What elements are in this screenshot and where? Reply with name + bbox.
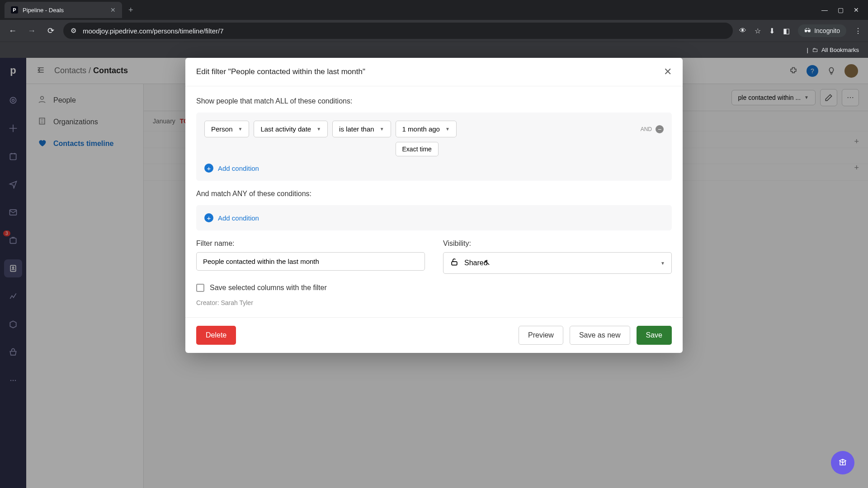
entity-dropdown[interactable]: Person▼ [204, 121, 249, 137]
bookmark-star-icon[interactable]: ☆ [755, 27, 761, 35]
checkbox-icon [196, 284, 204, 292]
chevron-down-icon: ▼ [660, 261, 665, 266]
save-as-new-button[interactable]: Save as new [570, 326, 630, 345]
back-icon[interactable]: ← [6, 26, 19, 36]
chevron-down-icon: ▼ [238, 127, 243, 131]
site-settings-icon[interactable]: ⚙ [71, 27, 76, 35]
modal-title: Edit filter "People contacted within the… [196, 67, 365, 76]
any-conditions-group: + Add condition [196, 205, 672, 230]
field-dropdown[interactable]: Last activity date▼ [254, 121, 328, 137]
incognito-badge[interactable]: 🕶 Incognito [798, 24, 846, 37]
chevron-down-icon: ▼ [316, 127, 321, 131]
incognito-icon: 🕶 [804, 27, 811, 34]
creator-label: Creator: Sarah Tyler [196, 299, 672, 306]
filter-name-label: Filter name: [196, 239, 425, 248]
preview-button[interactable]: Preview [519, 326, 563, 345]
maximize-icon[interactable]: ▢ [838, 6, 844, 14]
unlock-icon [450, 258, 459, 268]
condition-row: Person▼ Last activity date▼ is later tha… [204, 121, 664, 156]
url-input[interactable]: ⚙ moodjoy.pipedrive.com/persons/timeline… [63, 23, 733, 39]
chevron-down-icon: ▼ [380, 127, 384, 131]
filter-name-input[interactable] [196, 252, 425, 271]
downloads-icon[interactable]: ⬇ [769, 27, 775, 35]
browser-tab[interactable]: P Pipeline - Deals ✕ [5, 2, 122, 18]
address-bar: ← → ⟳ ⚙ moodjoy.pipedrive.com/persons/ti… [0, 20, 868, 42]
all-conditions-label: Show people that match ALL of these cond… [196, 97, 672, 105]
delete-button[interactable]: Delete [196, 326, 236, 345]
save-columns-checkbox[interactable]: Save selected columns with the filter [196, 284, 672, 292]
and-operator-tag: AND − [641, 125, 664, 133]
remove-condition-icon[interactable]: − [656, 125, 664, 133]
close-tab-icon[interactable]: ✕ [110, 6, 116, 14]
all-conditions-group: Person▼ Last activity date▼ is later tha… [196, 113, 672, 181]
add-condition-button[interactable]: + Add condition [204, 164, 664, 173]
save-button[interactable]: Save [637, 326, 672, 345]
close-icon[interactable]: ✕ [664, 66, 672, 78]
mouse-cursor: ↖ [484, 258, 491, 267]
plus-circle-icon: + [204, 164, 213, 173]
url-text: moodjoy.pipedrive.com/persons/timeline/f… [83, 27, 224, 35]
all-bookmarks-button[interactable]: All Bookmarks [821, 47, 859, 53]
add-condition-button[interactable]: + Add condition [204, 213, 664, 222]
eye-off-icon[interactable]: 👁 [739, 27, 746, 35]
folder-icon: 🗀 [812, 47, 818, 53]
reload-icon[interactable]: ⟳ [44, 26, 57, 36]
operator-dropdown[interactable]: is later than▼ [332, 121, 391, 137]
separator: | [807, 47, 808, 53]
forward-icon[interactable]: → [25, 26, 38, 36]
window-controls: — ▢ ✕ [821, 6, 868, 14]
help-fab[interactable] [831, 451, 854, 474]
browser-menu-icon[interactable]: ⋮ [854, 27, 862, 35]
visibility-dropdown[interactable]: Shared ▼ [443, 252, 672, 274]
edit-filter-modal: Edit filter "People contacted within the… [185, 58, 683, 353]
tab-title: Pipeline - Deals [23, 7, 106, 14]
close-window-icon[interactable]: ✕ [854, 6, 859, 14]
exact-time-button[interactable]: Exact time [396, 142, 439, 156]
minimize-icon[interactable]: — [821, 6, 828, 14]
sidepanel-icon[interactable]: ◧ [783, 27, 790, 35]
value-dropdown[interactable]: 1 month ago▼ [396, 121, 457, 137]
browser-tab-strip: P Pipeline - Deals ✕ + — ▢ ✕ [0, 0, 868, 20]
plus-circle-icon: + [204, 213, 213, 222]
any-conditions-label: And match ANY of these conditions: [196, 190, 672, 198]
svg-rect-13 [452, 262, 457, 265]
chevron-down-icon: ▼ [445, 127, 450, 131]
tab-favicon: P [11, 6, 18, 14]
visibility-label: Visibility: [443, 239, 672, 248]
bookmarks-bar: | 🗀 All Bookmarks [0, 42, 868, 58]
new-tab-button[interactable]: + [128, 5, 133, 15]
